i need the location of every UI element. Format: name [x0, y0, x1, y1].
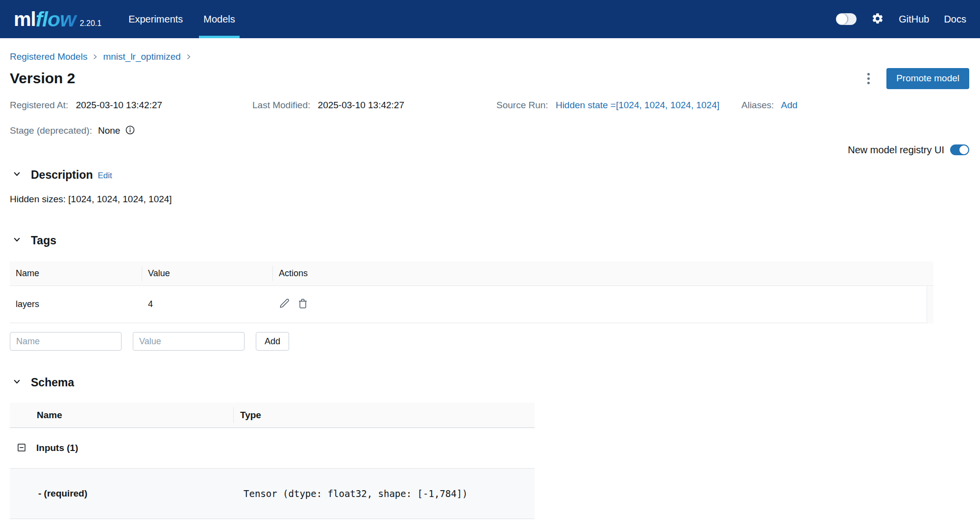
overflow-menu-button[interactable] [862, 69, 875, 88]
theme-toggle-knob [836, 14, 847, 24]
settings-button[interactable] [871, 12, 884, 26]
stage-value: None [98, 125, 120, 136]
logo-ml-text: ml [14, 8, 36, 30]
chevron-down-icon [13, 236, 21, 245]
aliases-label: Aliases: [741, 100, 774, 110]
mlflow-logo[interactable]: mlflow 2.20.1 [14, 0, 101, 38]
github-link[interactable]: GitHub [899, 14, 929, 25]
aliases-add-link[interactable]: Add [781, 100, 798, 110]
title-actions: Promote model [862, 68, 969, 89]
tags-table-header: Name Value Actions [10, 261, 933, 286]
last-modified: Last Modified: 2025-03-10 13:42:27 [252, 100, 496, 111]
schema-col-name: Name [10, 407, 234, 423]
tags-col-name: Name [10, 266, 142, 281]
schema-row-type: Tensor (dtype: float32, shape: [-1,784]) [234, 488, 535, 499]
promote-model-button[interactable]: Promote model [886, 68, 969, 89]
edit-tag-button[interactable] [279, 298, 290, 310]
schema-col-type: Type [234, 410, 535, 421]
aliases: Aliases: Add [741, 100, 798, 111]
tags-col-actions: Actions [273, 268, 933, 279]
tag-name-input[interactable] [10, 332, 122, 351]
table-row: layers 4 [10, 286, 926, 323]
navbar-right: GitHub Docs [836, 0, 966, 38]
description-section-header: Description Edit [10, 167, 969, 182]
schema-table-header: Name Type [10, 403, 535, 428]
registered-at: Registered At: 2025-03-10 13:42:27 [10, 100, 252, 111]
description-edit-link[interactable]: Edit [98, 171, 112, 181]
page-title: Version 2 [10, 70, 75, 87]
version-label: 2.20.1 [80, 19, 101, 28]
breadcrumb-registered-models[interactable]: Registered Models [10, 51, 87, 62]
top-navbar: mlflow 2.20.1 Experiments Models GitHub … [0, 0, 980, 38]
registered-at-value: 2025-03-10 13:42:27 [76, 100, 162, 110]
trash-icon [297, 298, 308, 310]
table-row: - (required) Tensor (dtype: float32, sha… [10, 468, 535, 519]
registry-toggle-label: New model registry UI [848, 144, 944, 156]
theme-toggle[interactable] [836, 13, 857, 25]
page-content: Registered Models mnist_lr_optimized Ver… [0, 51, 980, 519]
tag-actions-cell [273, 298, 926, 310]
stage-row: Stage (deprecated): None [10, 124, 969, 137]
registry-toggle-row: New model registry UI [10, 144, 969, 156]
pencil-icon [279, 298, 290, 310]
collapse-inputs-button[interactable] [17, 443, 26, 454]
chevron-down-icon [13, 170, 21, 180]
schema-row-name: - (required) [10, 488, 234, 499]
tags-collapse-button[interactable] [13, 236, 21, 245]
chevron-right-icon [185, 53, 192, 60]
gear-icon [871, 12, 884, 26]
delete-tag-button[interactable] [297, 298, 308, 310]
minus-square-icon [17, 443, 26, 454]
title-row: Version 2 Promote model [10, 68, 969, 89]
tag-value-cell: 4 [142, 299, 273, 309]
schema-inputs-group-row: Inputs (1) [10, 428, 535, 468]
source-run-link[interactable]: Hidden state =[1024, 1024, 1024, 1024] [556, 100, 719, 110]
schema-table: Name Type Inputs (1) - (required) Tensor… [10, 403, 535, 519]
tags-col-value: Value [142, 266, 273, 281]
add-tag-button[interactable]: Add [256, 332, 289, 351]
description-title: Description [31, 168, 93, 182]
chevron-down-icon [13, 378, 21, 387]
tag-name-cell: layers [10, 299, 142, 309]
description-collapse-button[interactable] [13, 170, 21, 180]
description-content: Hidden sizes: [1024, 1024, 1024, 1024] [10, 194, 969, 206]
source-run-label: Source Run: [496, 100, 548, 110]
tab-experiments[interactable]: Experiments [126, 0, 185, 38]
main-nav-tabs: Experiments Models [118, 0, 245, 38]
tags-section-header: Tags [10, 233, 969, 248]
docs-link[interactable]: Docs [944, 14, 966, 25]
last-modified-value: 2025-03-10 13:42:27 [318, 100, 404, 110]
source-run: Source Run: Hidden state =[1024, 1024, 1… [496, 100, 741, 111]
chevron-right-icon [92, 53, 98, 60]
tag-value-input[interactable] [133, 332, 245, 351]
breadcrumb: Registered Models mnist_lr_optimized [10, 51, 969, 63]
new-registry-ui-toggle[interactable] [950, 144, 969, 155]
schema-title: Schema [31, 376, 74, 389]
logo-flow-text: flow [36, 7, 78, 31]
schema-section-header: Schema [10, 375, 969, 390]
add-tag-form: Add [10, 332, 969, 351]
tags-table-scrollbar[interactable] [927, 286, 933, 324]
toggle-knob [959, 145, 968, 154]
tags-table: Name Value Actions layers 4 [10, 261, 933, 323]
tab-models[interactable]: Models [201, 0, 237, 38]
info-icon [125, 125, 135, 137]
kebab-icon [867, 73, 870, 75]
metadata-row: Registered At: 2025-03-10 13:42:27 Last … [10, 100, 969, 112]
schema-collapse-button[interactable] [13, 378, 21, 387]
registered-at-label: Registered At: [10, 100, 68, 110]
stage-info-button[interactable] [125, 125, 135, 137]
breadcrumb-model-name[interactable]: mnist_lr_optimized [103, 51, 180, 62]
last-modified-label: Last Modified: [252, 100, 310, 110]
tags-title: Tags [31, 234, 56, 247]
stage-label: Stage (deprecated): [10, 125, 92, 136]
inputs-group-label: Inputs (1) [36, 443, 78, 453]
